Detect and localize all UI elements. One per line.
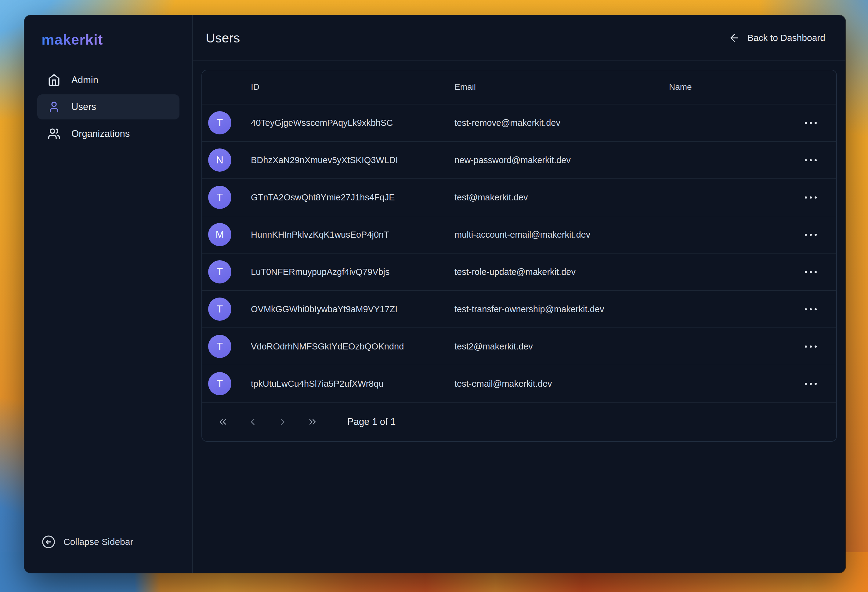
ellipsis-icon xyxy=(805,159,807,161)
first-page-button[interactable] xyxy=(216,414,230,429)
main-area: Users Back to Dashboard ID Email Name xyxy=(193,15,846,573)
next-page-button[interactable] xyxy=(275,414,290,429)
table-row: T GTnTA2OswQht8Ymie27J1hs4FqJE test@make… xyxy=(202,178,836,216)
user-email: test-email@makerkit.dev xyxy=(455,379,669,389)
user-email: test-remove@makerkit.dev xyxy=(455,118,669,128)
row-actions-button[interactable] xyxy=(803,379,819,389)
sidebar: makerkit Admin Users Organizations xyxy=(24,15,193,573)
ellipsis-icon xyxy=(805,271,807,273)
row-actions-button[interactable] xyxy=(803,267,819,277)
avatar: T xyxy=(208,297,231,321)
previous-page-button[interactable] xyxy=(245,414,260,429)
user-id: tpkUtuLwCu4hSl7ia5P2ufXWr8qu xyxy=(251,379,455,389)
ellipsis-icon xyxy=(805,197,807,198)
app-logo: makerkit xyxy=(41,31,103,48)
sidebar-nav: Admin Users Organizations xyxy=(24,68,192,147)
sidebar-item-label: Users xyxy=(71,101,96,112)
back-to-dashboard-label: Back to Dashboard xyxy=(747,33,825,43)
user-email: multi-account-email@makerkit.dev xyxy=(455,230,669,240)
back-to-dashboard-link[interactable]: Back to Dashboard xyxy=(729,32,825,44)
user-email: test2@makerkit.dev xyxy=(455,342,669,352)
chevrons-right-icon xyxy=(307,416,318,427)
avatar: T xyxy=(208,111,231,135)
table-row: T tpkUtuLwCu4hSl7ia5P2ufXWr8qu test-emai… xyxy=(202,365,836,402)
user-id: VdoROdrhNMFSGktYdEOzbQOKndnd xyxy=(251,342,455,352)
arrow-left-circle-icon xyxy=(41,535,56,549)
avatar: T xyxy=(208,260,231,283)
row-actions-button[interactable] xyxy=(803,118,819,128)
chevrons-left-icon xyxy=(217,416,228,427)
collapse-sidebar-button[interactable]: Collapse Sidebar xyxy=(41,535,133,549)
ellipsis-icon xyxy=(805,234,807,236)
table-row: T 40TeyGjgeWsscemPAqyLk9xkbhSC test-remo… xyxy=(202,104,836,141)
page-header: Users Back to Dashboard xyxy=(193,15,846,61)
user-email: test-transfer-ownership@makerkit.dev xyxy=(455,304,669,314)
chevron-right-icon xyxy=(277,416,288,427)
user-id: BDhzXaN29nXmuev5yXtSKIQ3WLDI xyxy=(251,155,455,165)
page-content: ID Email Name T 40TeyGjgeWsscemPAqyLk9xk… xyxy=(193,61,846,573)
user-id: GTnTA2OswQht8Ymie27J1hs4FqJE xyxy=(251,192,455,203)
user-email: test-role-update@makerkit.dev xyxy=(455,267,669,277)
table-row: M HunnKHInPklvzKqK1wusEoP4j0nT multi-acc… xyxy=(202,216,836,253)
row-actions-button[interactable] xyxy=(803,192,819,203)
row-actions-button[interactable] xyxy=(803,304,819,315)
table-header-row: ID Email Name xyxy=(202,70,836,104)
app-window: makerkit Admin Users Organizations xyxy=(24,15,846,573)
row-actions-button[interactable] xyxy=(803,155,819,166)
avatar: T xyxy=(208,335,231,358)
users-group-icon xyxy=(47,127,61,140)
collapse-sidebar-label: Collapse Sidebar xyxy=(63,537,133,547)
pagination-bar: Page 1 of 1 xyxy=(202,402,836,441)
user-email: test@makerkit.dev xyxy=(455,192,669,203)
ellipsis-icon xyxy=(805,122,807,124)
user-id: OVMkGGWhi0bIywbaYt9aM9VY17ZI xyxy=(251,304,455,314)
column-header-name: Name xyxy=(669,82,790,92)
row-actions-button[interactable] xyxy=(803,229,819,240)
page-indicator: Page 1 of 1 xyxy=(347,416,396,427)
table-row: T LuT0NFERmuypupAzgf4ivQ79Vbjs test-role… xyxy=(202,253,836,290)
user-id: LuT0NFERmuypupAzgf4ivQ79Vbjs xyxy=(251,267,455,277)
column-header-email: Email xyxy=(455,82,669,92)
ellipsis-icon xyxy=(805,345,807,348)
sidebar-item-label: Organizations xyxy=(71,128,130,139)
page-title: Users xyxy=(206,31,240,46)
ellipsis-icon xyxy=(805,308,807,310)
arrow-left-icon xyxy=(729,32,740,44)
sidebar-item-organizations[interactable]: Organizations xyxy=(37,121,179,147)
sidebar-item-users[interactable]: Users xyxy=(37,95,179,120)
column-header-id: ID xyxy=(251,82,455,92)
users-table-card: ID Email Name T 40TeyGjgeWsscemPAqyLk9xk… xyxy=(201,70,837,442)
chevron-left-icon xyxy=(247,416,258,427)
sidebar-item-label: Admin xyxy=(71,74,98,86)
row-actions-button[interactable] xyxy=(803,341,819,352)
table-row: T OVMkGGWhi0bIywbaYt9aM9VY17ZI test-tran… xyxy=(202,290,836,327)
avatar: T xyxy=(208,186,231,209)
user-icon xyxy=(47,101,61,113)
user-id: 40TeyGjgeWsscemPAqyLk9xkbhSC xyxy=(251,118,455,128)
table-row: N BDhzXaN29nXmuev5yXtSKIQ3WLDI new-passw… xyxy=(202,141,836,178)
avatar: N xyxy=(208,148,231,172)
last-page-button[interactable] xyxy=(305,414,320,429)
table-row: T VdoROdrhNMFSGktYdEOzbQOKndnd test2@mak… xyxy=(202,327,836,365)
avatar: M xyxy=(208,223,231,246)
user-email: new-password@makerkit.dev xyxy=(455,155,669,165)
user-id: HunnKHInPklvzKqK1wusEoP4j0nT xyxy=(251,230,455,240)
avatar: T xyxy=(208,372,231,395)
sidebar-item-admin[interactable]: Admin xyxy=(37,68,179,93)
ellipsis-icon xyxy=(805,383,807,385)
home-icon xyxy=(47,74,61,86)
